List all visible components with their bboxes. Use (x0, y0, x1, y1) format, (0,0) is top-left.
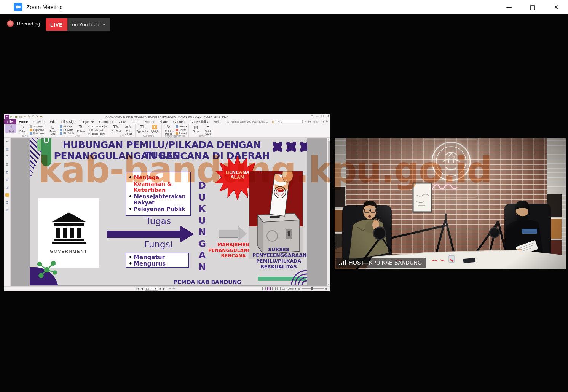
status-zoom-caret[interactable]: ▾ (295, 287, 297, 290)
tab-fill-sign[interactable]: Fill & Sign (58, 119, 78, 124)
vertical-scrollbar[interactable]: ▲ ▼ (327, 138, 330, 286)
rotate-pages-button[interactable]: ↻Rotate Pages (163, 124, 174, 135)
close-button[interactable]: ✕ (544, 0, 568, 14)
tab-home[interactable]: Home (16, 119, 31, 124)
participant-name-tag: HOST - KPU KAB BANDUNG (336, 258, 426, 268)
tell-me-search[interactable]: Tell me what you want to do... (227, 119, 268, 124)
attachments-icon[interactable]: ✇ (6, 178, 9, 182)
comments-panel-icon[interactable]: ◩ (5, 171, 9, 174)
stamp-icon[interactable]: ⬒ (40, 115, 43, 118)
tab-file[interactable]: File (4, 119, 16, 124)
security-lock-icon[interactable] (5, 193, 9, 197)
delete-pages-button[interactable]: Delete (175, 128, 188, 131)
tab-form[interactable]: Form (128, 119, 141, 124)
redo-icon[interactable]: ↷ (36, 115, 38, 118)
destinations-icon[interactable]: ⊡ (6, 201, 9, 204)
edit-text-button[interactable]: T✎Edit Text (110, 124, 122, 133)
pdf-close-icon[interactable]: ✕ (327, 115, 329, 118)
prev-result-icon[interactable]: ◁ (313, 120, 315, 123)
email-icon[interactable]: ✉ (24, 115, 26, 118)
pdf-minimize-icon[interactable]: — (316, 115, 319, 118)
minimize-button[interactable]: — (497, 0, 521, 14)
page-indicator[interactable]: 6 / 21 ▾ (145, 287, 158, 291)
scroll-up-icon[interactable]: ▲ (327, 138, 330, 141)
tab-connect[interactable]: Connect (171, 119, 188, 124)
insert-pages-button[interactable]: Insert ▾ (175, 125, 188, 128)
next-result-icon[interactable]: ▷ (316, 120, 319, 123)
reflow-button[interactable]: TrReflow (75, 124, 86, 133)
rotate-left-button[interactable]: ↺Rotate Left (87, 129, 108, 132)
zoom-out-icon[interactable]: ⊖ (87, 125, 89, 128)
maximize-button[interactable]: □ (521, 0, 544, 14)
cursor-icon: ⇖ (21, 125, 24, 129)
video-tile-host[interactable]: HOST - KPU KAB BANDUNG (335, 138, 566, 269)
tab-protect[interactable]: Protect (141, 119, 156, 124)
continuous-view-icon[interactable] (267, 287, 271, 290)
fit-width-button[interactable]: Fit Width (59, 128, 74, 131)
snapshot-button[interactable]: Snapshot (29, 125, 45, 128)
panel-expand-icon[interactable]: ‣ (6, 140, 8, 143)
open-icon[interactable]: ◰ (10, 115, 13, 118)
print-icon[interactable]: ▤ (19, 115, 22, 118)
stream-destination-label: on YouTube (72, 22, 99, 27)
highlight-all-icon[interactable]: ▨ (272, 120, 274, 123)
pdf-viewer-window: F ◰ ▣ ▤ ✉ ✎ ↶ ↷ ⬒ RANCANGAN AKHIR RPJMD … (4, 114, 330, 291)
stream-destination-dropdown[interactable]: on YouTube ▼ (67, 18, 110, 31)
fields-icon[interactable]: ◲ (5, 186, 9, 189)
tab-organize[interactable]: Organize (78, 119, 97, 124)
layers-icon[interactable]: ≣ (6, 163, 9, 166)
hand-tool-button[interactable]: ☝Hand (5, 124, 16, 133)
zoom-out-icon[interactable]: ⊖ (298, 287, 300, 290)
u-decoration (44, 138, 49, 143)
bookmark-flag-icon[interactable]: ⚑ (325, 120, 328, 123)
zoom-level-combobox[interactable]: 127.06%▾ (91, 125, 105, 128)
pdf-restore-icon[interactable]: ❐ (321, 115, 324, 118)
edit-object-button[interactable]: ▱✎Edit Object (123, 124, 134, 135)
extract-pages-button[interactable]: Extract (175, 132, 188, 135)
save-icon[interactable]: ▣ (15, 115, 18, 118)
tab-accessibility[interactable]: Accessibility (188, 119, 211, 124)
signature-icon[interactable]: ✍ (6, 209, 9, 212)
zoom-in-icon[interactable]: ⊕ (325, 287, 327, 290)
edit-icon[interactable]: ✎ (27, 115, 30, 118)
pages-icon[interactable]: ❐ (5, 155, 8, 159)
gray-arrow (219, 230, 238, 238)
tab-convert[interactable]: Convert (30, 119, 47, 124)
next-page-button[interactable]: ▶ (160, 287, 161, 290)
last-page-button[interactable]: ▶❘ (163, 287, 167, 290)
single-page-view-icon[interactable] (262, 287, 266, 290)
search-icon[interactable]: ⌕ (304, 120, 306, 123)
fit-page-button[interactable]: Fit Page (59, 125, 74, 128)
find-input[interactable] (276, 120, 303, 123)
clipboard-button[interactable]: Clipboard (29, 128, 45, 131)
page-thumbnails-icon[interactable]: ▤ (5, 148, 9, 151)
tab-help[interactable]: Help (211, 119, 223, 124)
next-view-icon[interactable]: ↪ (172, 287, 175, 290)
tab-share[interactable]: Share (156, 119, 171, 124)
scan-button[interactable]: ▤Scan (190, 124, 201, 133)
zoom-slider[interactable] (302, 288, 324, 289)
tab-view[interactable]: View (116, 119, 128, 124)
bookmark-button[interactable]: Bookmark (29, 132, 45, 135)
first-page-button[interactable]: ❘◀ (135, 287, 139, 290)
zoom-in-icon[interactable]: ⊕ (105, 125, 108, 128)
fit-view-icon[interactable] (277, 287, 281, 290)
tab-comment[interactable]: Comment (96, 119, 116, 124)
tab-edit[interactable]: Edit (47, 119, 58, 124)
undo-icon[interactable]: ↶ (32, 115, 34, 118)
actual-size-button[interactable]: ◻Actual Size (47, 124, 59, 135)
fit-visible-button[interactable]: Fit Visible (59, 132, 74, 135)
highlight-button[interactable]: THighlight (149, 124, 160, 133)
quick-ocr-button[interactable]: ✦Quick OCR (202, 124, 214, 135)
zoom-slider-thumb[interactable] (311, 287, 313, 290)
scrollbar-thumb[interactable] (328, 141, 330, 183)
select-tool-button[interactable]: ⇖Select (17, 124, 29, 133)
filter-icon[interactable]: ◈▾ (308, 120, 311, 123)
facing-view-icon[interactable] (272, 287, 276, 290)
previous-page-button[interactable]: ◀ (141, 287, 143, 290)
previous-view-icon[interactable]: ↩ (169, 287, 171, 290)
layout-grid-icon[interactable]: ⊞ (311, 115, 313, 118)
bell-icon[interactable]: ⚐▾ (320, 120, 324, 123)
typewriter-button[interactable]: TITypewriter (137, 124, 148, 133)
scroll-down-icon[interactable]: ▼ (327, 283, 330, 286)
